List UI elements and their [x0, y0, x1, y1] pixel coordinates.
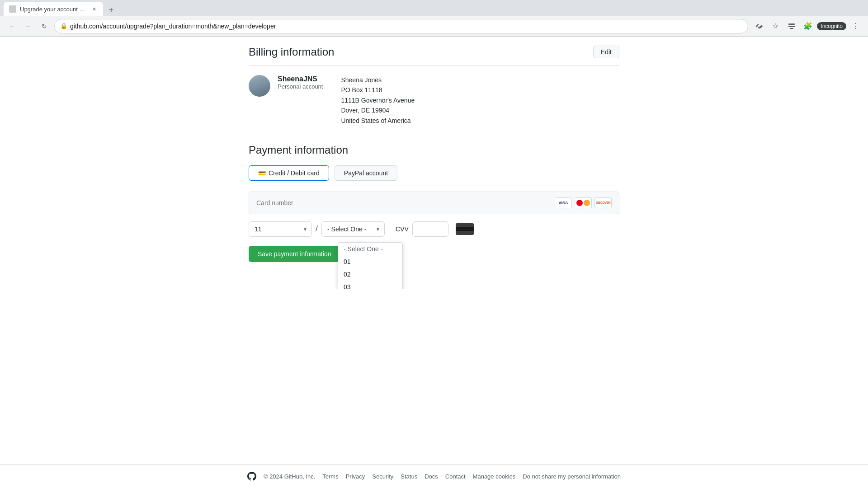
billing-info: SheenaJNS Personal account Sheena Jones … — [249, 75, 619, 126]
paypal-btn[interactable]: PayPal account — [335, 165, 397, 181]
year-select-wrapper: - Select One - 2024 2025 2026 2027 2028 … — [321, 221, 385, 237]
cvv-input[interactable] — [412, 221, 448, 237]
back-button[interactable]: ← — [5, 20, 18, 33]
svg-rect-0 — [788, 23, 795, 25]
star-icon[interactable]: ☆ — [768, 19, 783, 33]
address-bar[interactable]: 🔒 github.com/account/upgrade?plan_durati… — [54, 19, 748, 33]
avatar — [249, 75, 270, 97]
eye-slash-icon[interactable] — [752, 19, 766, 33]
toolbar-actions: ☆ 🧩 Incognito ⋮ — [752, 19, 863, 33]
dropdown-option-placeholder[interactable]: - Select One - — [338, 243, 402, 255]
billing-section-header: Billing information Edit — [249, 46, 619, 66]
edit-button[interactable]: Edit — [593, 46, 619, 58]
month-select-wrapper: - Select One - 01 02 03 04 05 06 07 08 0… — [249, 221, 312, 237]
incognito-badge[interactable]: Incognito — [817, 22, 846, 30]
address-line3: Dover, DE 19904 — [341, 105, 415, 115]
reload-button[interactable]: ↻ — [38, 20, 51, 33]
credit-card-label: Credit / Debit card — [269, 169, 320, 177]
address-line1: PO Box 11118 — [341, 85, 415, 95]
tab-strip: Upgrade your account from Gi... ✕ + — [0, 0, 868, 16]
active-tab[interactable]: Upgrade your account from Gi... ✕ — [4, 2, 103, 16]
mastercard-icon — [575, 197, 592, 208]
address-name: Sheena Jones — [341, 75, 415, 85]
page-content: Billing information Edit SheenaJNS Perso… — [231, 37, 637, 289]
expiry-cvv-row: - Select One - 01 02 03 04 05 06 07 08 0… — [249, 221, 619, 237]
dropdown-option-02[interactable]: 02 — [338, 268, 402, 281]
svg-rect-1 — [788, 26, 795, 27]
avatar-image — [249, 75, 270, 97]
card-icons: VISA DISCOVER — [555, 197, 612, 208]
credit-card-icon: 💳 — [258, 169, 266, 177]
cvv-label: CVV — [396, 225, 409, 233]
save-payment-button[interactable]: Save payment information — [249, 246, 340, 262]
user-details: SheenaJNS Personal account — [278, 75, 323, 90]
lock-icon: 🔒 — [60, 23, 67, 29]
credit-card-btn[interactable]: 💳 Credit / Debit card — [249, 165, 329, 181]
account-type: Personal account — [278, 83, 323, 90]
tab-title: Upgrade your account from Gi... — [20, 6, 87, 13]
menu-icon[interactable]: ⋮ — [848, 19, 863, 33]
extensions-icon[interactable]: 🧩 — [801, 19, 815, 33]
payment-methods: 💳 Credit / Debit card PayPal account — [249, 165, 619, 181]
browser-toolbar: ← → ↻ 🔒 github.com/account/upgrade?plan_… — [0, 16, 868, 36]
billing-address: Sheena Jones PO Box 11118 1111B Governor… — [341, 75, 415, 126]
dropdown-option-01[interactable]: 01 — [338, 255, 402, 268]
tab-favicon — [9, 5, 16, 13]
slash-divider: / — [316, 224, 318, 234]
visa-icon: VISA — [555, 197, 572, 208]
profile-icon[interactable] — [784, 19, 799, 33]
username: SheenaJNS — [278, 75, 323, 83]
address-country: United States of America — [341, 116, 415, 126]
tab-close-btn[interactable]: ✕ — [90, 5, 98, 13]
payment-title: Payment information — [249, 144, 619, 156]
month-select[interactable]: - Select One - 01 02 03 04 05 06 07 08 0… — [249, 221, 312, 237]
year-select[interactable]: - Select One - 2024 2025 2026 2027 2028 … — [321, 221, 385, 237]
new-tab-button[interactable]: + — [105, 4, 118, 16]
url-text: github.com/account/upgrade?plan_duration… — [70, 23, 742, 30]
discover-icon: DISCOVER — [594, 197, 612, 208]
browser-chrome: Upgrade your account from Gi... ✕ + ← → … — [0, 0, 868, 37]
address-line2: 1111B Governor's Avenue — [341, 95, 415, 105]
payment-section: Payment information 💳 Credit / Debit car… — [249, 144, 619, 262]
forward-button[interactable]: → — [22, 20, 34, 33]
cvv-icon — [456, 223, 474, 235]
card-number-input[interactable] — [256, 199, 555, 206]
billing-title: Billing information — [249, 46, 334, 58]
month-dropdown-overlay: - Select One - 01 02 03 04 05 06 07 08 0… — [338, 242, 403, 289]
user-profile: SheenaJNS Personal account — [249, 75, 323, 126]
card-input-area: VISA DISCOVER — [249, 192, 619, 214]
dropdown-option-03[interactable]: 03 — [338, 281, 402, 289]
paypal-label: PayPal account — [344, 169, 388, 177]
svg-rect-2 — [790, 28, 793, 29]
